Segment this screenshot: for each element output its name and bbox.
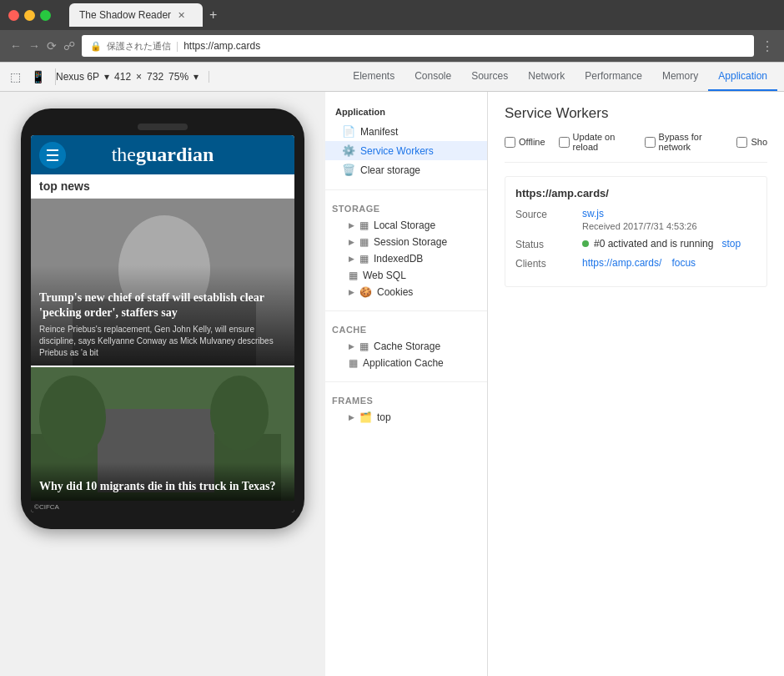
- bypass-for-network-checkbox[interactable]: [645, 137, 656, 148]
- traffic-lights: [8, 10, 51, 21]
- home-button[interactable]: ☍: [63, 39, 75, 53]
- indexeddb-label: IndexedDB: [374, 253, 423, 265]
- cache-section-header: Cache: [325, 321, 487, 338]
- sw-clients-value: https://amp.cards/ focus: [582, 257, 756, 269]
- sw-clients-row: Clients https://amp.cards/ focus: [515, 257, 756, 270]
- local-storage-label: Local Storage: [374, 219, 435, 231]
- sw-clients-url[interactable]: https://amp.cards/: [582, 257, 661, 269]
- close-button[interactable]: [8, 10, 19, 21]
- offline-label: Offline: [519, 137, 545, 147]
- more-options-icon[interactable]: ⋮: [761, 38, 774, 54]
- frames-top-item[interactable]: ▶ 🗂️ top: [325, 409, 487, 426]
- panel-title: Service Workers: [505, 105, 767, 122]
- tab-sources[interactable]: Sources: [461, 63, 518, 91]
- sw-source-value: sw.js Received 2017/7/31 4:53:26: [582, 208, 756, 231]
- sw-clients-label: Clients: [515, 257, 582, 270]
- session-storage-item[interactable]: ▶ ▦ Session Storage: [325, 234, 487, 250]
- indexeddb-arrow: ▶: [349, 255, 354, 263]
- sw-focus-link[interactable]: focus: [671, 257, 696, 269]
- web-sql-item[interactable]: ▦ Web SQL: [325, 267, 487, 284]
- device-width: 412: [114, 71, 131, 83]
- sw-status-label: Status: [515, 238, 582, 250]
- secure-text: 保護された通信: [107, 40, 171, 53]
- separator: |: [176, 40, 178, 52]
- sw-entry: https://amp.cards/ Source sw.js Received…: [505, 176, 767, 287]
- device-height: 732: [147, 71, 163, 83]
- service-workers-item[interactable]: ⚙️ Service Workers: [325, 141, 487, 160]
- clear-storage-item[interactable]: 🗑️ Clear storage: [325, 160, 487, 179]
- sw-source-label: Source: [515, 208, 582, 220]
- section-header: top news: [31, 174, 294, 199]
- device-dropdown-icon[interactable]: ▾: [104, 71, 109, 83]
- tab-elements[interactable]: Elements: [343, 63, 405, 91]
- session-storage-arrow: ▶: [349, 238, 354, 246]
- browser-chrome: The Shadow Reader ✕ + ← → ⟳ ☍ 🔒 保護された通信 …: [0, 0, 784, 62]
- indexeddb-item[interactable]: ▶ ▦ IndexedDB: [325, 250, 487, 267]
- phone-area: theguardian top news: [0, 92, 325, 676]
- devtools-toolbar: ⬚ 📱 Nexus 6P ▾ 412 × 732 75% ▾ Elements …: [0, 62, 784, 92]
- storage-section-title: Storage: [332, 204, 380, 214]
- offline-checkbox-label: Offline: [505, 137, 545, 148]
- cache-storage-arrow: ▶: [349, 342, 354, 351]
- tab-memory[interactable]: Memory: [652, 63, 708, 91]
- zoom-dropdown-icon[interactable]: ▾: [193, 71, 199, 83]
- app-cache-item[interactable]: ▦ Application Cache: [325, 355, 487, 371]
- cookies-icon: 🍪: [359, 286, 372, 298]
- url-bar[interactable]: 🔒 保護された通信 | https://amp.cards: [82, 35, 754, 57]
- show-all-checkbox[interactable]: [736, 137, 747, 148]
- clear-storage-icon: 🗑️: [342, 164, 355, 176]
- tab-console[interactable]: Console: [405, 63, 461, 91]
- phone-top: [31, 119, 294, 135]
- sw-stop-link[interactable]: stop: [721, 238, 741, 250]
- reload-button[interactable]: ⟳: [47, 39, 57, 53]
- update-on-reload-text: Update on reload: [573, 132, 631, 152]
- manifest-item[interactable]: 📄 Manifest: [325, 122, 487, 141]
- session-storage-icon: ▦: [359, 236, 369, 248]
- cookies-arrow: ▶: [349, 288, 354, 296]
- cookies-item[interactable]: ▶ 🍪 Cookies: [325, 284, 487, 300]
- frames-section-title: Frames: [332, 396, 373, 406]
- clear-storage-label: Clear storage: [360, 164, 420, 176]
- tab-close-icon[interactable]: ✕: [178, 10, 185, 21]
- guardian-logo: theguardian: [112, 144, 214, 166]
- sw-controls: Offline Update on reload Bypass for netw…: [505, 132, 767, 163]
- devtools-main-panel: Service Workers Offline Update on reload…: [488, 92, 784, 676]
- new-tab-button[interactable]: +: [209, 8, 217, 23]
- tab-network[interactable]: Network: [518, 63, 575, 91]
- cifca-bar: ©CIFCA: [31, 501, 294, 512]
- minimize-button[interactable]: [24, 10, 35, 21]
- cache-storage-item[interactable]: ▶ ▦ Cache Storage: [325, 338, 487, 355]
- inspect-icon[interactable]: ⬚: [7, 68, 24, 85]
- offline-checkbox[interactable]: [505, 137, 515, 148]
- local-storage-arrow: ▶: [349, 221, 354, 230]
- cache-section: Cache ▶ ▦ Cache Storage ▦ Application Ca…: [325, 315, 487, 378]
- sw-source-link[interactable]: sw.js: [582, 208, 604, 219]
- phone-camera: [138, 124, 188, 130]
- manifest-icon: 📄: [342, 125, 355, 138]
- hamburger-menu[interactable]: [39, 142, 66, 169]
- frames-section: Frames ▶ 🗂️ top: [325, 386, 487, 432]
- local-storage-item[interactable]: ▶ ▦ Local Storage: [325, 217, 487, 234]
- back-button[interactable]: ←: [10, 39, 22, 53]
- tab-performance[interactable]: Performance: [575, 63, 652, 91]
- device-mode-icon[interactable]: 📱: [28, 68, 48, 85]
- bypass-for-network-text: Bypass for network: [659, 132, 724, 152]
- service-workers-icon: ⚙️: [342, 144, 355, 157]
- maximize-button[interactable]: [40, 10, 51, 21]
- tab-application[interactable]: Application: [708, 63, 777, 91]
- browser-tab[interactable]: The Shadow Reader ✕: [69, 3, 203, 27]
- cache-storage-label: Cache Storage: [374, 341, 440, 352]
- article-card-2[interactable]: Why did 10 migrants die in this truck in…: [31, 367, 294, 501]
- update-on-reload-checkbox[interactable]: [559, 137, 570, 148]
- article-card-1[interactable]: Trump's new chief of staff will establis…: [31, 199, 294, 366]
- show-all-text: Sho: [751, 137, 767, 147]
- forward-button[interactable]: →: [28, 39, 40, 53]
- divider-2: [325, 310, 487, 311]
- storage-section: Storage ▶ ▦ Local Storage ▶ ▦ Session St…: [325, 194, 487, 307]
- devtools-tabs: Elements Console Sources Network Perform…: [343, 63, 777, 91]
- application-section: Application 📄 Manifest ⚙️ Service Worker…: [325, 95, 487, 186]
- lock-icon: 🔒: [90, 41, 102, 52]
- local-storage-icon: ▦: [359, 219, 369, 231]
- sw-source-row: Source sw.js Received 2017/7/31 4:53:26: [515, 208, 756, 231]
- svg-point-7: [210, 376, 269, 451]
